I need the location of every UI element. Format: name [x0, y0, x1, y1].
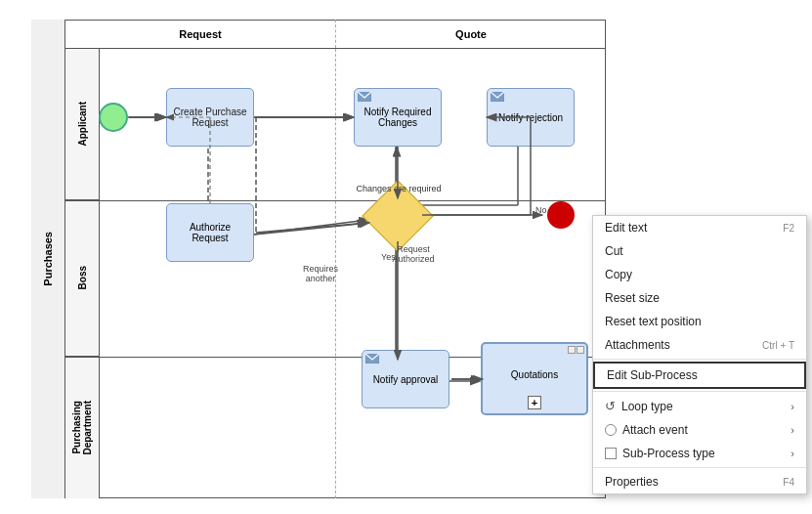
- task-create-purchase[interactable]: Create Purchase Request: [166, 88, 254, 147]
- task-authorize-request[interactable]: Authorize Request: [166, 203, 254, 262]
- ctx-reset-size[interactable]: Reset size: [593, 286, 806, 310]
- pool-label: Purchases: [31, 20, 65, 498]
- square-icon: [605, 448, 617, 459]
- task-notify-rejection[interactable]: Notify rejection: [487, 88, 575, 147]
- send-task-icon: [358, 92, 371, 102]
- context-menu: Edit text F2 Cut Copy Reset size Reset t…: [592, 215, 807, 494]
- ctx-copy[interactable]: Copy: [593, 263, 806, 286]
- ctx-attach-event[interactable]: Attach event ›: [593, 418, 806, 442]
- task-notify-approval[interactable]: Notify approval: [362, 350, 449, 408]
- submenu-arrow-attach: ›: [791, 424, 794, 436]
- subprocess-marker: +: [528, 396, 541, 409]
- flow-label-requires: Requires another: [291, 264, 350, 283]
- ctx-subprocess-type[interactable]: Sub-Process type ›: [593, 442, 806, 465]
- lane-label-boss: Boss: [65, 200, 100, 357]
- ctx-cut[interactable]: Cut: [593, 239, 806, 263]
- circle-icon: [605, 424, 617, 436]
- send-task-icon-rejection: [491, 92, 504, 102]
- ctx-attachments[interactable]: Attachments Ctrl + T: [593, 333, 806, 357]
- lane-border-1: [65, 200, 606, 201]
- flow-label-no: No: [535, 205, 547, 215]
- send-task-icon-approval: [365, 354, 379, 364]
- lane-label-purchasing: PurchasingDepartment: [65, 357, 100, 498]
- ctx-properties[interactable]: Properties F4: [593, 470, 806, 493]
- ctx-edit-subprocess[interactable]: Edit Sub-Process: [593, 362, 806, 389]
- diagram-container: Purchases Request Quote Applicant Boss P…: [0, 0, 812, 514]
- lane-label-applicant: Applicant: [65, 49, 100, 200]
- header-quote: Quote: [336, 20, 606, 48]
- ctx-separator-3: [593, 467, 806, 468]
- ctx-edit-text[interactable]: Edit text F2: [593, 216, 806, 239]
- loop-icon: ↺: [605, 399, 616, 413]
- resize-handles: [568, 346, 584, 354]
- submenu-arrow-subprocess: ›: [791, 448, 794, 459]
- ctx-separator-2: [593, 391, 806, 392]
- flow-label-authorized: Request Authorized: [379, 244, 448, 264]
- ctx-separator-1: [593, 359, 806, 360]
- subprocess-quotations[interactable]: + Quotations: [481, 342, 588, 415]
- start-event[interactable]: [99, 103, 128, 132]
- end-event: [547, 201, 575, 229]
- ctx-reset-text-position[interactable]: Reset text position: [593, 310, 806, 333]
- ctx-loop-type[interactable]: ↺ Loop type ›: [593, 394, 806, 418]
- task-notify-required[interactable]: Notify Required Changes: [354, 88, 442, 147]
- header-request: Request: [65, 20, 336, 48]
- lane-headers: Request Quote: [65, 20, 606, 49]
- submenu-arrow-loop: ›: [791, 401, 794, 412]
